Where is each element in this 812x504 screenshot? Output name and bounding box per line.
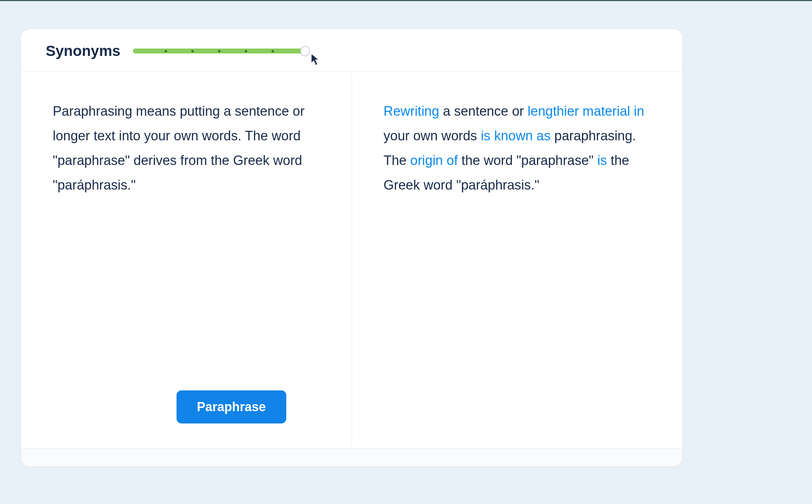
card-header: Synonyms — [21, 29, 682, 71]
synonyms-slider[interactable] — [133, 47, 305, 55]
slider-stop — [271, 50, 274, 52]
changed-word[interactable]: origin of — [410, 153, 458, 168]
bottom-toolbar — [21, 448, 682, 466]
paraphrase-button[interactable]: Paraphrase — [177, 390, 286, 423]
paraphraser-card: Synonyms Paraphrasing means putting a — [21, 29, 682, 466]
input-panel: Paraphrasing means putting a sentence or… — [21, 72, 352, 448]
changed-word[interactable]: Rewriting — [384, 104, 439, 119]
unchanged-text: your own words — [384, 128, 481, 143]
cursor-pointer-icon — [310, 52, 322, 68]
unchanged-text: a sentence or — [439, 104, 528, 119]
slider-stop — [165, 50, 167, 52]
slider-stop — [218, 50, 220, 52]
unchanged-text: the word "paraphrase" — [458, 153, 597, 168]
changed-word[interactable]: lengthier material in — [528, 104, 644, 119]
changed-word[interactable]: is — [597, 153, 607, 168]
slider-stop — [245, 50, 247, 52]
output-panel: Rewriting a sentence or lengthier materi… — [352, 72, 683, 448]
input-text[interactable]: Paraphrasing means putting a sentence or… — [53, 99, 326, 390]
slider-thumb[interactable] — [300, 46, 310, 56]
changed-word[interactable]: is known as — [481, 128, 551, 143]
output-text[interactable]: Rewriting a sentence or lengthier materi… — [384, 99, 657, 198]
content-area: Paraphrasing means putting a sentence or… — [21, 72, 682, 448]
slider-stops — [133, 50, 305, 52]
slider-stop — [191, 50, 194, 52]
synonyms-title: Synonyms — [46, 43, 120, 59]
